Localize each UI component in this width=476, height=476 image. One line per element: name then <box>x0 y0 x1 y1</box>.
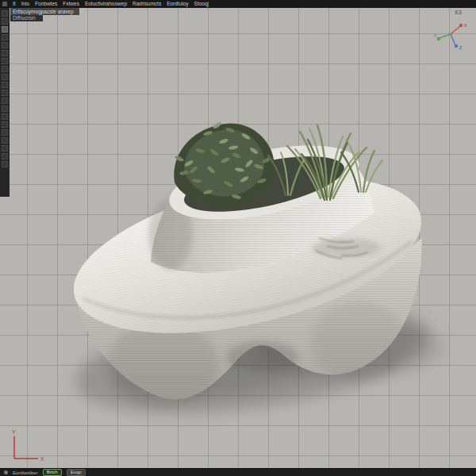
toolbar-icon-12[interactable] <box>2 98 8 104</box>
toolbar-icon-8[interactable] <box>2 66 8 72</box>
toolbar-icon-7[interactable] <box>2 58 8 64</box>
toolbar-icon-16[interactable] <box>2 129 8 136</box>
toolbar-icon-14[interactable] <box>2 113 8 120</box>
menu-item-4[interactable]: Fxtwes <box>63 0 79 8</box>
navigation-gizmo[interactable]: X Y Z <box>433 17 468 52</box>
status-bar: Eordtwslber Brtch Eoqp <box>0 468 476 476</box>
gizmo-y-label: Y <box>434 33 437 38</box>
toolbar-icon-9[interactable] <box>2 74 8 80</box>
view-header-title[interactable]: Ertlscuymogpacste araxep <box>10 8 79 15</box>
viewport-corner-label: E3 <box>455 10 462 15</box>
view-header-shading-menu[interactable]: Difhucrsin <box>10 15 43 21</box>
axis-y-label: Y <box>12 429 16 435</box>
gizmo-z-label: Z <box>459 45 462 50</box>
toolbar-icon-11[interactable] <box>2 90 8 96</box>
left-toolbar <box>0 8 10 197</box>
ground-shadow <box>69 285 444 432</box>
bench-seat <box>59 149 436 362</box>
axis-widget: Y X <box>6 427 44 462</box>
view-header: Ertlscuymogpacste araxep Difhucrsin <box>10 8 79 21</box>
menu-item-5[interactable]: Eotuctivirahoowep <box>85 0 127 8</box>
plant-shadow <box>311 238 381 259</box>
status-button-2[interactable]: Eoqp <box>67 469 86 476</box>
toolbar-icon-20[interactable] <box>2 161 8 167</box>
viewport-3d[interactable]: Ertlscuymogpacste araxep Difhucrsin E3 X… <box>0 8 476 468</box>
toolbar-icon-2[interactable] <box>2 18 8 25</box>
bench-body <box>76 238 422 409</box>
plant-left <box>174 121 274 206</box>
app-icon[interactable] <box>2 2 7 6</box>
toolbar-icon-19[interactable] <box>2 153 8 159</box>
toolbar-icon-17[interactable] <box>2 137 8 144</box>
toolbar-icon-5[interactable] <box>2 42 8 48</box>
toolbar-icon-3[interactable] <box>2 26 8 33</box>
toolbar-icon-4[interactable] <box>2 34 8 40</box>
menu-item-8[interactable]: Stooqj <box>194 0 209 8</box>
status-button-1[interactable]: Brtch <box>43 469 62 476</box>
toolbar-icon-13[interactable] <box>2 106 8 112</box>
menu-item-7[interactable]: Eordtuloy <box>167 0 188 8</box>
toolbar-icon-15[interactable] <box>2 121 8 128</box>
status-text: Eordtwslber <box>13 469 38 476</box>
app-window: It Inio Fonbwtes Fxtwes Eotuctivirahoowe… <box>0 0 476 476</box>
status-icon <box>4 470 8 474</box>
toolbar-icon-1[interactable] <box>2 10 8 17</box>
toolbar-icon-18[interactable] <box>2 145 8 152</box>
menu-item-3[interactable]: Fonbwtes <box>35 0 57 8</box>
menu-item-2[interactable]: Inio <box>21 0 29 8</box>
toolbar-icon-6[interactable] <box>2 50 8 56</box>
axis-x-label: X <box>40 456 44 462</box>
gizmo-x-label: X <box>464 23 467 28</box>
plant-right <box>268 125 382 200</box>
planter-collar <box>148 132 374 273</box>
scene-render <box>0 8 476 468</box>
menu-item-1[interactable]: It <box>13 0 16 8</box>
toolbar-icon-10[interactable] <box>2 82 8 88</box>
menu-bar: It Inio Fonbwtes Fxtwes Eotuctivirahoowe… <box>0 0 476 8</box>
menu-item-6[interactable]: Radrisumcts <box>132 0 161 8</box>
